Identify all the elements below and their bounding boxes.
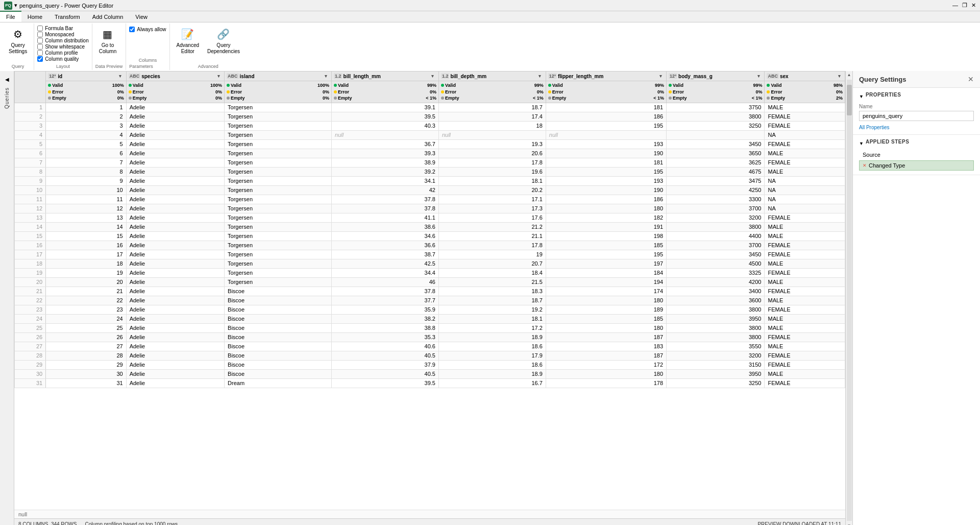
table-row: 88AdelieTorgersen39.219.61954675MALE [15, 167, 845, 176]
row-number-cell: 17 [15, 250, 46, 259]
table-cell: 185 [546, 241, 666, 250]
table-cell: 34.6 [332, 231, 439, 241]
monospaced-input[interactable] [37, 32, 43, 37]
query-dependencies-label: QueryDependencies [207, 42, 240, 55]
col-filter-sex[interactable]: ▾ [836, 73, 843, 80]
title-bar-left: PQ ▾ penguins_query - Power Query Editor [4, 2, 113, 10]
col-filter-bill-length[interactable]: ▾ [429, 73, 436, 80]
row-number-cell: 26 [15, 332, 46, 342]
col-header-species[interactable]: ABC species ▾ Valid100% Error0% Empty0% [126, 71, 224, 103]
table-cell: 39.5 [332, 378, 439, 388]
table-cell: 35.3 [332, 332, 439, 342]
group-label-data-preview: Data Preview [95, 63, 123, 69]
step-source[interactable]: Source [859, 150, 974, 160]
scroll-track[interactable] [847, 80, 852, 521]
tab-add-column[interactable]: Add Column [86, 11, 130, 22]
sidebar-toggle[interactable]: ◀ [3, 75, 11, 83]
col-filter-bill-depth[interactable]: ▾ [536, 73, 544, 80]
table-cell: 190 [546, 149, 666, 158]
data-table: 12³ id ▾ Valid100% Error0% Empty0% [14, 71, 845, 388]
col-filter-flipper-length[interactable]: ▾ [657, 73, 664, 80]
all-properties-link[interactable]: All Properties [859, 125, 889, 130]
show-whitespace-input[interactable] [37, 44, 43, 50]
table-cell: 18.1 [438, 314, 546, 323]
table-cell: 16 [46, 241, 126, 250]
table-cell: Torgersen [225, 241, 332, 250]
col-quality-body-mass: Valid99% Error0% Empty< 1% [667, 81, 764, 103]
table-cell: 172 [546, 360, 666, 369]
restore-button[interactable]: ❐ [962, 2, 967, 9]
layout-checkboxes: Formula Bar Monospaced Column distributi… [37, 25, 89, 63]
window-controls[interactable]: — ❐ ✕ [952, 2, 976, 9]
advanced-editor-button[interactable]: 📝 AdvancedEditor [173, 25, 203, 56]
col-filter-species[interactable]: ▾ [215, 73, 222, 80]
advanced-editor-icon: 📝 [180, 26, 196, 42]
col-header-bill-length[interactable]: 1.2 bill_length_mm ▾ Valid99% Error0% Em… [332, 71, 439, 103]
table-cell: 9 [46, 176, 126, 185]
col-filter-id[interactable]: ▾ [117, 73, 124, 80]
tab-file[interactable]: File [0, 11, 21, 22]
row-number-cell: 9 [15, 176, 46, 185]
col-header-id[interactable]: 12³ id ▾ Valid100% Error0% Empty0% [46, 71, 126, 103]
properties-section-toggle[interactable]: ▼ PROPERTIES [859, 92, 974, 101]
close-button[interactable]: ✕ [971, 2, 976, 9]
show-whitespace-checkbox[interactable]: Show whitespace [37, 44, 89, 50]
table-cell: 19.6 [438, 167, 546, 176]
row-number-cell: 25 [15, 323, 46, 332]
monospaced-checkbox[interactable]: Monospaced [37, 32, 89, 37]
column-quality-input[interactable] [37, 56, 43, 62]
table-cell: 1 [46, 103, 126, 112]
data-table-container[interactable]: 12³ id ▾ Valid100% Error0% Empty0% [14, 71, 845, 510]
table-cell: 21 [46, 287, 126, 296]
formula-bar-checkbox[interactable]: Formula Bar [37, 26, 89, 31]
table-cell: 19.3 [438, 139, 546, 149]
table-cell: MALE [765, 222, 845, 231]
applied-steps-toggle[interactable]: ▼ APPLIED STEPS [859, 139, 974, 148]
tab-transform[interactable]: Transform [48, 11, 86, 22]
col-type-island: ABC [227, 73, 239, 79]
col-header-sex[interactable]: ABC sex ▾ Valid98% Error0% Empty2% [765, 71, 845, 103]
table-cell: Adelie [126, 351, 224, 360]
column-distribution-input[interactable] [37, 38, 43, 43]
always-allow-checkbox[interactable]: Always allow [129, 27, 166, 32]
table-cell: Torgersen [225, 231, 332, 241]
table-cell: Torgersen [225, 121, 332, 130]
tab-home[interactable]: Home [21, 11, 48, 22]
table-row: 1717AdelieTorgersen38.7191953450FEMALE [15, 250, 845, 259]
table-row: 2626AdelieBiscoe35.318.91873800FEMALE [15, 332, 845, 342]
column-profile-checkbox[interactable]: Column profile [37, 50, 89, 56]
col-header-flipper-length[interactable]: 12³ flipper_length_mm ▾ Valid99% Error0%… [546, 71, 666, 103]
col-filter-body-mass[interactable]: ▾ [755, 73, 762, 80]
column-profile-input[interactable] [37, 50, 43, 56]
tab-view[interactable]: View [129, 11, 154, 22]
table-cell: 17.3 [438, 204, 546, 213]
name-input[interactable] [859, 111, 974, 121]
table-cell: 38.2 [332, 314, 439, 323]
table-cell: 22 [46, 296, 126, 305]
query-dependencies-button[interactable]: 🔗 QueryDependencies [204, 25, 243, 56]
step-changed-type[interactable]: ✕ Changed Type [859, 160, 974, 171]
query-settings-button[interactable]: ⚙ QuerySettings [5, 25, 31, 56]
table-row: 66AdelieTorgersen39.320.61903650MALE [15, 149, 845, 158]
go-to-column-button[interactable]: ▦ Go toColumn [95, 25, 120, 56]
column-distribution-checkbox[interactable]: Column distribution [37, 38, 89, 43]
always-allow-input[interactable] [129, 27, 135, 32]
table-row: 1212AdelieTorgersen37.817.31803700NA [15, 204, 845, 213]
col-header-island[interactable]: ABC island ▾ Valid100% Error0% Empty0% [225, 71, 332, 103]
scroll-down-arrow[interactable]: ▼ [846, 522, 853, 525]
table-cell: 19 [46, 268, 126, 277]
minimize-button[interactable]: — [952, 2, 958, 9]
col-header-bill-depth[interactable]: 1.2 bill_depth_mm ▾ Valid99% Error0% Emp… [438, 71, 546, 103]
table-cell: NA [765, 195, 845, 204]
table-cell: Torgersen [225, 259, 332, 268]
formula-bar-input[interactable] [37, 26, 43, 31]
table-cell: 3200 [667, 213, 765, 222]
vertical-scrollbar[interactable]: ▲ ▼ [845, 71, 852, 525]
scroll-thumb[interactable] [847, 85, 852, 115]
col-header-body-mass[interactable]: 12³ body_mass_g ▾ Valid99% Error0% Empty… [667, 71, 765, 103]
column-quality-checkbox[interactable]: Column quality [37, 56, 89, 62]
panel-close-button[interactable]: ✕ [968, 75, 974, 83]
col-filter-island[interactable]: ▾ [322, 73, 329, 80]
table-cell: 15 [46, 231, 126, 241]
scroll-up-arrow[interactable]: ▲ [846, 71, 853, 79]
